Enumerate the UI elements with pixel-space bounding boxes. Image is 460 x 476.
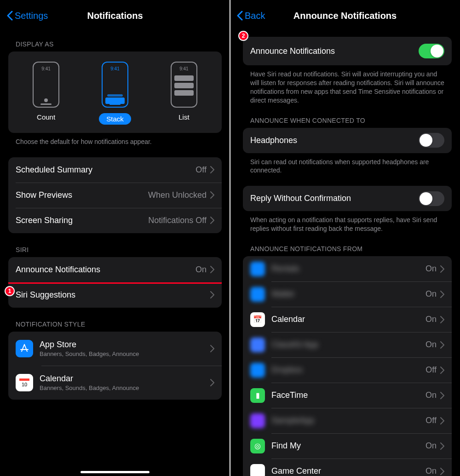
- headphones-footer: Siri can read out notifications when sup…: [230, 153, 460, 175]
- app-value: On: [426, 390, 437, 400]
- chevron-right-icon: [210, 345, 214, 352]
- chevron-left-icon: [6, 11, 13, 21]
- app-icon: [250, 262, 265, 276]
- count-dot-icon: [44, 98, 48, 102]
- app-row[interactable]: ✿ Game Center On: [243, 459, 452, 476]
- back-label: Settings: [15, 11, 48, 21]
- display-option-list[interactable]: 9:41 List: [171, 62, 197, 125]
- connected-group: Headphones: [243, 128, 452, 153]
- phone-preview-stack: 9:41: [102, 62, 128, 108]
- chevron-right-icon: [440, 468, 444, 475]
- chevron-right-icon: [440, 316, 444, 323]
- app-name: SampleApp: [271, 416, 426, 425]
- announce-notifications-toggle[interactable]: [419, 44, 444, 58]
- screen-sharing-row[interactable]: Screen Sharing Notifications Off: [8, 208, 222, 233]
- announce-toggle-group: Announce Notifications: [243, 37, 452, 65]
- display-option-count[interactable]: 9:41 Count: [33, 62, 59, 125]
- announce-notifications-row[interactable]: Announce Notifications On: [8, 257, 222, 282]
- annotation-marker-1: 1: [5, 286, 15, 296]
- app-name: FaceTime: [271, 390, 426, 400]
- headphones-row: Headphones: [243, 128, 452, 153]
- chevron-right-icon: [210, 217, 214, 224]
- announce-notifications-panel: Back Announce Notifications 2 Announce N…: [230, 0, 460, 476]
- app-icon: [250, 287, 265, 302]
- app-value: On: [426, 264, 437, 274]
- app-row[interactable]: 📅 Calendar On: [243, 307, 452, 332]
- app-store-icon: [16, 340, 33, 357]
- app-row[interactable]: ◎ Find My On: [243, 433, 452, 459]
- notification-style-header: Notification Style: [0, 308, 230, 332]
- chevron-right-icon: [440, 341, 444, 349]
- app-icon: [250, 338, 265, 352]
- chevron-right-icon: [440, 442, 444, 450]
- option-label: Count: [37, 113, 55, 121]
- header: Back Announce Notifications: [230, 0, 460, 31]
- app-row[interactable]: Rentals On: [243, 256, 452, 281]
- show-previews-row[interactable]: Show Previews When Unlocked: [8, 183, 222, 208]
- app-name: Find My: [271, 441, 426, 451]
- app-row[interactable]: ClassKit App On: [243, 332, 452, 357]
- scheduled-summary-row[interactable]: Scheduled Summary Off: [8, 157, 222, 183]
- headphones-toggle[interactable]: [419, 133, 444, 148]
- app-name: Wallet: [271, 289, 426, 299]
- option-label: List: [178, 113, 189, 121]
- chevron-right-icon: [210, 379, 214, 386]
- app-row-calendar[interactable]: 10 Calendar Banners, Sounds, Badges, Ann…: [8, 366, 222, 400]
- app-row[interactable]: Wallet On: [243, 281, 452, 307]
- from-header: Announce Notifications From: [230, 233, 460, 256]
- app-value: On: [426, 441, 437, 451]
- app-row[interactable]: ▮ FaceTime On: [243, 383, 452, 408]
- app-icon: [250, 363, 265, 378]
- home-indicator[interactable]: [80, 471, 150, 473]
- display-option-stack[interactable]: 9:41 Stack: [99, 62, 131, 125]
- siri-suggestions-row[interactable]: Siri Suggestions: [8, 282, 222, 308]
- app-icon: ▮: [250, 388, 265, 403]
- app-icon: ✿: [250, 464, 265, 476]
- notification-style-group: App Store Banners, Sounds, Badges, Annou…: [8, 332, 222, 400]
- app-icon: 📅: [250, 312, 265, 327]
- reply-group: Reply Without Confirmation: [243, 186, 452, 211]
- chevron-right-icon: [210, 266, 214, 273]
- chevron-right-icon: [440, 291, 444, 298]
- app-value: On: [426, 340, 437, 350]
- option-label-selected: Stack: [99, 113, 131, 125]
- back-button[interactable]: Back: [236, 11, 265, 21]
- app-name: Game Center: [271, 466, 426, 476]
- stack-icon: [105, 94, 125, 104]
- notifications-settings-panel: Settings Notifications Display As 9:41 C…: [0, 0, 230, 476]
- back-label: Back: [245, 11, 265, 21]
- announce-notifications-toggle-row: Announce Notifications: [243, 37, 452, 65]
- phone-preview-count: 9:41: [33, 62, 59, 108]
- announce-from-apps-group: Rentals On Wallet On 📅 Calendar On Class…: [243, 256, 452, 476]
- back-to-settings-button[interactable]: Settings: [6, 11, 48, 21]
- chevron-right-icon: [440, 417, 444, 424]
- reply-toggle[interactable]: [419, 191, 444, 206]
- app-value: Off: [426, 416, 437, 425]
- app-name: Rentals: [271, 264, 426, 274]
- app-value: On: [426, 289, 437, 299]
- app-row-app-store[interactable]: App Store Banners, Sounds, Badges, Annou…: [8, 332, 222, 366]
- app-icon: ◎: [250, 439, 265, 453]
- chevron-right-icon: [210, 166, 214, 173]
- app-value: On: [426, 466, 437, 476]
- chevron-right-icon: [440, 265, 444, 273]
- app-row[interactable]: Dropbox Off: [243, 357, 452, 383]
- annotation-marker-2: 2: [238, 31, 248, 41]
- siri-group: Announce Notifications On Siri Suggestio…: [8, 257, 222, 308]
- notification-settings-group: Scheduled Summary Off Show Previews When…: [8, 157, 222, 233]
- chevron-right-icon: [210, 291, 214, 298]
- chevron-right-icon: [210, 191, 214, 199]
- app-name: ClassKit App: [271, 340, 426, 350]
- chevron-right-icon: [440, 392, 444, 399]
- siri-header: Siri: [0, 233, 230, 257]
- app-icon: [250, 413, 265, 428]
- svg-rect-0: [19, 379, 29, 381]
- app-value: Off: [426, 365, 437, 375]
- app-row[interactable]: SampleApp Off: [243, 408, 452, 433]
- display-as-header: Display As: [0, 31, 230, 52]
- svg-text:10: 10: [22, 382, 27, 387]
- chevron-right-icon: [440, 367, 444, 374]
- display-as-footer: Choose the default for how notifications…: [0, 133, 230, 146]
- app-value: On: [426, 315, 437, 324]
- chevron-left-icon: [236, 11, 243, 21]
